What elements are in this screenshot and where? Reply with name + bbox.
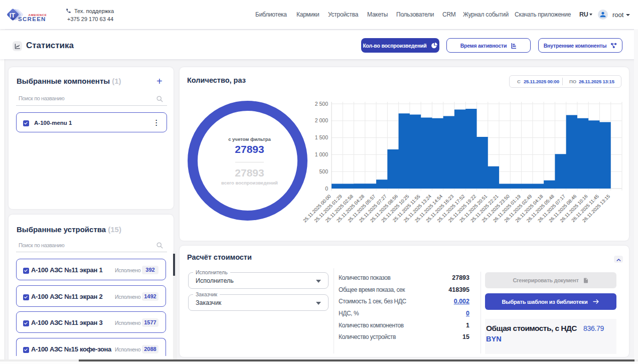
svg-text:IT: IT <box>10 12 16 19</box>
svg-text:2 500: 2 500 <box>315 101 328 107</box>
svg-text:0: 0 <box>325 186 328 192</box>
svg-text:500: 500 <box>319 168 328 174</box>
svg-text:1 500: 1 500 <box>315 134 328 140</box>
svg-text:SCREEN: SCREEN <box>18 16 46 22</box>
svg-text:1 000: 1 000 <box>315 151 328 157</box>
svg-text:2 000: 2 000 <box>315 117 328 123</box>
